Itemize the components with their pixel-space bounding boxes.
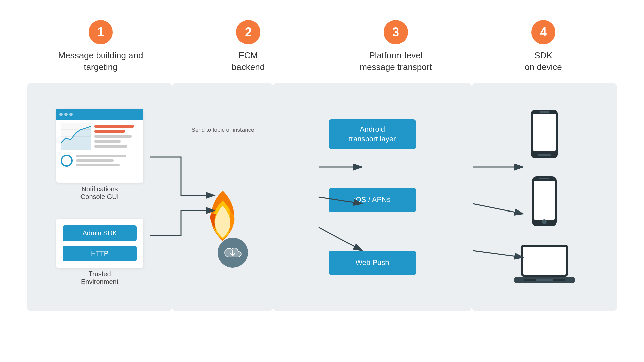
svg-rect-8	[539, 111, 549, 113]
bottom-lines	[76, 155, 139, 166]
bottom-line-1	[76, 155, 126, 157]
svg-rect-7	[533, 114, 556, 151]
android-phone-icon	[528, 108, 561, 160]
send-to-label: Send to topic or instance	[192, 126, 254, 134]
svg-point-13	[542, 219, 547, 224]
col-devices	[472, 83, 617, 311]
text-lines	[94, 123, 139, 150]
main-flow: Notifications Console GUI Admin SDK HTTP…	[27, 83, 617, 311]
console-card-header	[56, 109, 143, 120]
admin-sdk-button: Admin SDK	[63, 225, 137, 241]
step-4-circle: 4	[531, 20, 555, 44]
step-2-circle: 2	[236, 20, 260, 44]
step-2-label: FCM backend	[232, 50, 265, 73]
dot-icon	[64, 113, 68, 116]
svg-rect-9	[538, 154, 551, 156]
text-line-1	[94, 125, 134, 128]
steps-row: 1 Message building and targeting 2 FCM b…	[27, 20, 617, 73]
step-1-circle: 1	[89, 20, 113, 44]
col-platform-transport: Android transport layer iOS / APNs Web P…	[273, 83, 472, 311]
step-3: 3 Platform-level message transport	[322, 20, 470, 73]
text-line-2	[94, 130, 125, 133]
col-2-content: Send to topic or instance	[179, 90, 266, 304]
dot-icon	[59, 113, 63, 116]
console-chart-area	[61, 123, 139, 150]
svg-rect-12	[539, 178, 549, 179]
bottom-line-2	[76, 159, 114, 162]
col-message-building: Notifications Console GUI Admin SDK HTTP…	[27, 83, 172, 311]
text-line-5	[94, 145, 127, 148]
step-2: 2 FCM backend	[174, 20, 322, 73]
svg-rect-11	[534, 181, 555, 220]
ios-apns-button: iOS / APNs	[329, 188, 416, 212]
console-label: Notifications Console GUI	[80, 185, 119, 201]
firebase-cloud-badge	[218, 238, 248, 268]
dot-icon	[69, 113, 73, 116]
col-3-content: Android transport layer iOS / APNs Web P…	[280, 90, 465, 304]
console-section: Notifications Console GUI	[56, 109, 143, 201]
trusted-card: Admin SDK HTTP	[56, 219, 143, 268]
console-bottom	[61, 155, 139, 167]
diagram-container: 1 Message building and targeting 2 FCM b…	[27, 20, 617, 342]
col-fcm-backend: Send to topic or instance	[172, 83, 273, 311]
trusted-section: Admin SDK HTTP Trusted Environment	[56, 219, 143, 286]
step-3-label: Platform-level message transport	[360, 50, 432, 73]
col-4-content	[478, 90, 610, 304]
ios-phone-icon	[529, 175, 559, 227]
cloud-arrow-icon	[223, 246, 242, 259]
step-1-label: Message building and targeting	[58, 50, 143, 73]
console-card	[56, 109, 143, 183]
step-4-label: SDK on device	[525, 50, 562, 73]
col-1-content: Notifications Console GUI Admin SDK HTTP…	[34, 90, 166, 304]
android-transport-button: Android transport layer	[329, 119, 416, 149]
step-1: 1 Message building and targeting	[27, 20, 174, 73]
text-line-4	[94, 140, 121, 143]
svg-rect-15	[523, 247, 566, 275]
chart-svg	[61, 123, 91, 150]
svg-rect-18	[536, 279, 553, 281]
web-push-button: Web Push	[329, 251, 416, 275]
step-4: 4 SDK on device	[470, 20, 617, 73]
laptop-icon	[514, 243, 575, 287]
step-3-circle: 3	[384, 20, 408, 44]
http-button: HTTP	[63, 246, 137, 261]
circle-icon	[61, 155, 73, 167]
firebase-section	[198, 187, 248, 268]
trusted-label: Trusted Environment	[81, 270, 118, 286]
text-line-3	[94, 135, 132, 138]
bottom-line-3	[76, 164, 120, 166]
